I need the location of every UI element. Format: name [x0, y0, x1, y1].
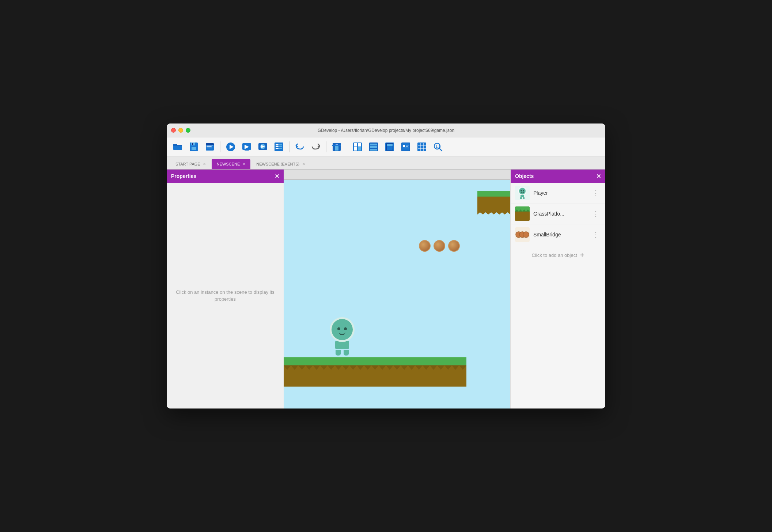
scene-area[interactable] [284, 180, 510, 408]
open-project-icon [173, 142, 183, 152]
grass-sprite-icon [515, 206, 530, 221]
player-menu-button[interactable]: ⋮ [591, 189, 601, 197]
svg-point-61 [521, 190, 522, 191]
grassplatform-menu-button[interactable]: ⋮ [591, 209, 601, 218]
svg-rect-24 [276, 146, 279, 147]
redo-button[interactable] [309, 140, 323, 154]
svg-rect-32 [336, 144, 338, 145]
svg-rect-64 [520, 197, 522, 199]
tab-newscene-close[interactable]: × [243, 162, 245, 166]
svg-point-60 [519, 187, 526, 195]
tab-start-page-close[interactable]: × [203, 162, 206, 166]
coin-1 [419, 240, 431, 252]
instances-icon [352, 142, 363, 152]
maximize-button[interactable] [186, 128, 190, 133]
object-item-smallbridge[interactable]: SmallBridge ⋮ [511, 224, 605, 245]
svg-point-62 [523, 190, 524, 191]
svg-rect-11 [207, 148, 212, 148]
preview-icon [242, 142, 252, 152]
zoom-button[interactable]: 1:1 [431, 140, 445, 154]
svg-rect-35 [358, 143, 361, 147]
delete-icon [332, 142, 342, 152]
player-eye-right [344, 327, 347, 330]
player-name: Player [533, 190, 587, 196]
deploy-button[interactable] [256, 140, 270, 154]
properties-close-button[interactable]: ✕ [275, 173, 279, 180]
svg-rect-49 [406, 145, 409, 145]
platform-zigzag-svg [284, 365, 466, 373]
player-mouth [339, 332, 345, 335]
object-item-grassplatform[interactable]: GrassPlatfo... ⋮ [511, 204, 605, 224]
svg-rect-7 [192, 143, 193, 145]
player-sprite-icon [515, 186, 530, 200]
svg-rect-23 [279, 144, 282, 145]
close-button[interactable] [171, 128, 176, 133]
player-legs [336, 350, 349, 356]
project-manager-button[interactable] [203, 140, 217, 154]
instances-button[interactable] [350, 140, 365, 154]
objects-panel-header: Objects ✕ [511, 170, 605, 183]
svg-point-70 [523, 232, 529, 238]
properties-content: Click on an instance on the scene to dis… [167, 183, 284, 408]
smallbridge-name: SmallBridge [533, 232, 587, 238]
properties-title: Properties [171, 173, 196, 179]
tab-events-label: NEWSCENE (EVENTS) [256, 162, 299, 166]
coin-2 [434, 240, 445, 252]
svg-rect-51 [403, 148, 409, 148]
player-thumbnail [515, 186, 530, 200]
assets-button[interactable] [382, 140, 397, 154]
play-button[interactable] [223, 140, 238, 154]
svg-rect-36 [354, 147, 357, 151]
preview-button[interactable] [239, 140, 254, 154]
tab-newscene[interactable]: NEWSCENE × [212, 159, 251, 169]
svg-rect-6 [192, 147, 196, 150]
separator-4 [347, 141, 347, 152]
object-item-player[interactable]: Player ⋮ [511, 183, 605, 204]
zoom-icon: 1:1 [433, 142, 443, 152]
svg-rect-39 [370, 144, 377, 145]
add-object-button[interactable]: Click to add an object + [511, 247, 605, 264]
platform-right-dirt [477, 197, 510, 214]
properties-panel-button[interactable] [398, 140, 413, 154]
svg-rect-45 [387, 144, 393, 146]
tab-start-page[interactable]: START PAGE × [170, 159, 211, 169]
player-head [330, 317, 355, 342]
events-button[interactable] [272, 140, 286, 154]
svg-rect-63 [521, 195, 524, 197]
traffic-lights [171, 128, 190, 133]
tab-newscene-label: NEWSCENE [217, 162, 240, 166]
objects-close-button[interactable]: ✕ [596, 173, 601, 180]
platform-right-grass [477, 191, 510, 197]
open-project-button[interactable] [170, 140, 185, 154]
properties-panel-header: Properties ✕ [167, 170, 284, 183]
undo-button[interactable] [292, 140, 307, 154]
player-leg-left [336, 350, 341, 356]
grid-icon [417, 142, 427, 152]
platform-grass-top [284, 357, 466, 365]
delete-button[interactable] [329, 140, 344, 154]
platform-dirt-body [284, 365, 466, 387]
player-character [328, 317, 357, 356]
svg-rect-52 [417, 142, 426, 151]
grassplatform-name: GrassPlatfo... [533, 211, 587, 217]
svg-rect-3 [174, 144, 177, 145]
properties-hint: Click on an instance on the scene to dis… [174, 289, 276, 303]
grid-button[interactable] [415, 140, 429, 154]
bridge-sprite-icon [515, 227, 530, 242]
objects-title: Objects [515, 173, 534, 179]
svg-rect-34 [354, 143, 357, 147]
coins-group [419, 240, 460, 252]
coin-3 [448, 240, 460, 252]
tab-events[interactable]: NEWSCENE (EVENTS) × [251, 159, 310, 169]
layers-button[interactable] [366, 140, 381, 154]
tab-events-close[interactable]: × [302, 162, 305, 166]
svg-line-58 [439, 148, 442, 151]
scene-canvas[interactable] [284, 170, 510, 408]
play-icon [226, 142, 236, 152]
layers-icon [368, 142, 379, 152]
minimize-button[interactable] [178, 128, 183, 133]
svg-rect-31 [335, 146, 338, 151]
add-icon: + [580, 251, 584, 259]
save-button[interactable] [186, 140, 201, 154]
smallbridge-menu-button[interactable]: ⋮ [591, 230, 601, 239]
